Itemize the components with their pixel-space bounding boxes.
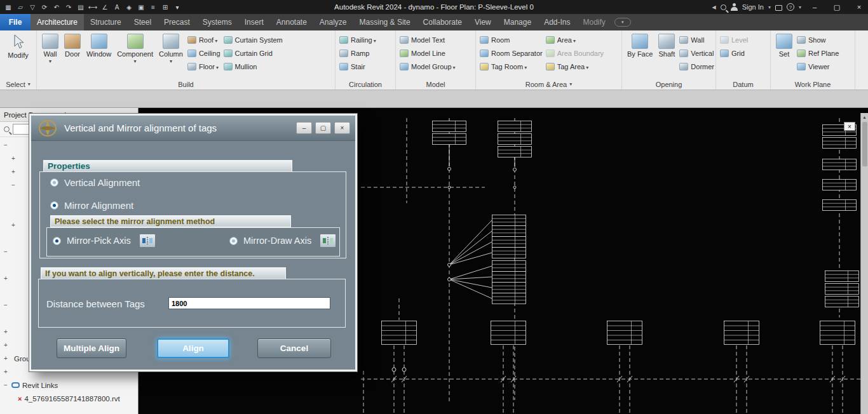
area-boundary-button[interactable]: Area Boundary [546, 48, 604, 59]
panel-label-work-plane[interactable]: Work Plane [771, 79, 855, 90]
tab-view[interactable]: View [468, 14, 498, 30]
scrollbar-thumb[interactable] [862, 122, 867, 166]
measure-icon[interactable]: ⟷ [87, 2, 98, 12]
tag-room-button[interactable]: Tag Room [480, 61, 543, 72]
mullion-button[interactable]: Mullion [224, 61, 283, 72]
search-icon[interactable] [721, 4, 726, 10]
tree-expander-icon[interactable]: + [3, 275, 9, 282]
ceiling-button[interactable]: Ceiling [187, 48, 220, 59]
room-separator-button[interactable]: Room Separator [480, 48, 543, 59]
window-button[interactable]: Window [85, 32, 112, 58]
radio-icon[interactable] [50, 178, 58, 187]
tree-row[interactable]: − Revit Links [0, 378, 138, 392]
tab-massing-site[interactable]: Massing & Site [353, 14, 417, 30]
model-text-button[interactable]: Model Text [400, 34, 456, 46]
level-button[interactable]: Level [720, 34, 748, 46]
tab-file[interactable]: File [0, 14, 31, 30]
open-file-icon[interactable]: ▱ [15, 2, 26, 12]
align-button[interactable]: Align [157, 338, 229, 358]
mirror-alignment-radio[interactable]: Mirror Alignment [50, 200, 133, 211]
maximize-button[interactable]: ▢ [828, 0, 846, 14]
tab-systems[interactable]: Systems [196, 14, 238, 30]
tree-expander-icon[interactable]: + [3, 368, 9, 375]
ref-plane-button[interactable]: Ref Plane [797, 48, 839, 59]
tree-expander-icon[interactable]: + [10, 222, 17, 229]
switch-windows-icon[interactable]: ⊞ [159, 2, 171, 12]
dialog-minimize-button[interactable]: – [296, 122, 312, 134]
help-icon[interactable] [787, 3, 794, 11]
panel-label-opening[interactable]: Opening [622, 79, 715, 90]
tree-expander-icon[interactable]: − [3, 248, 9, 255]
help-caret-icon[interactable]: ▾ [799, 4, 801, 10]
component-button[interactable]: Component [116, 32, 154, 63]
view-close-button[interactable]: × [844, 122, 855, 131]
tree-expander-icon[interactable]: + [3, 355, 9, 362]
vertical-alignment-radio[interactable]: Vertical Alignment [50, 177, 140, 188]
text-icon[interactable]: A [111, 2, 123, 12]
room-button[interactable]: Room [480, 34, 543, 46]
3d-view-icon[interactable]: ◈ [123, 2, 135, 12]
minimize-button[interactable]: – [806, 0, 824, 14]
tab-modify[interactable]: Modify [577, 14, 612, 30]
tab-collaborate[interactable]: Collaborate [417, 14, 468, 30]
tab-steel[interactable]: Steel [128, 14, 158, 30]
sign-in-caret-icon[interactable]: ▾ [768, 4, 771, 10]
dormer-button[interactable]: Dormer [679, 61, 714, 72]
tree-expander-icon[interactable]: + [10, 155, 17, 162]
tree-expander-icon[interactable]: + [3, 328, 9, 335]
railing-button[interactable]: Railing [339, 34, 376, 46]
tree-expander-icon[interactable]: − [3, 302, 9, 309]
tree-row[interactable]: 4_5769165587141887800.rvt [0, 392, 138, 405]
tab-architecture[interactable]: Architecture [31, 14, 84, 30]
grid-button[interactable]: Grid [720, 48, 748, 59]
tag-area-button[interactable]: Tag Area [546, 61, 604, 72]
tab-manage[interactable]: Manage [498, 14, 538, 30]
show-button[interactable]: Show [797, 34, 839, 46]
panel-label-datum[interactable]: Datum [716, 79, 770, 90]
tab-precast[interactable]: Precast [158, 14, 196, 30]
app-grid-icon[interactable]: ▦ [3, 2, 14, 12]
tree-expander-icon[interactable]: + [3, 342, 9, 349]
area-button[interactable]: Area [546, 34, 604, 46]
model-line-button[interactable]: Model Line [400, 48, 456, 59]
ribbon-display-toggle-icon[interactable]: ▾ [614, 18, 631, 27]
model-group-button[interactable]: Model Group [400, 61, 456, 72]
curtain-grid-button[interactable]: Curtain Grid [224, 48, 283, 59]
tree-expander-icon[interactable]: − [10, 182, 17, 189]
tree-expander-icon[interactable]: + [10, 168, 17, 175]
store-icon[interactable] [775, 5, 782, 11]
save-icon[interactable]: ▽ [27, 2, 38, 12]
mirror-pick-axis-radio[interactable]: Mirror-Pick Axis [53, 234, 156, 248]
cancel-button[interactable]: Cancel [257, 338, 331, 358]
redo-icon[interactable]: ↷ [63, 2, 74, 12]
wall-button[interactable]: Wall [41, 32, 60, 63]
undo-icon[interactable]: ↶ [51, 2, 62, 12]
mirror-pick-axis-icon-button[interactable] [139, 234, 156, 248]
customize-qat-icon[interactable]: ▾ [172, 2, 183, 12]
dimension-icon[interactable]: ∠ [99, 2, 111, 12]
tab-add-ins[interactable]: Add-Ins [538, 14, 576, 30]
panel-label-select[interactable]: Select [0, 79, 36, 90]
dialog-close-button[interactable]: × [334, 122, 350, 134]
sync-icon[interactable]: ⟳ [39, 2, 50, 12]
panel-label-model[interactable]: Model [396, 79, 475, 90]
set-button[interactable]: Set [775, 32, 794, 58]
vertical-opening-button[interactable]: Vertical [679, 48, 714, 59]
panel-label-build[interactable]: Build [37, 79, 335, 90]
floor-button[interactable]: Floor [187, 61, 220, 72]
viewer-button[interactable]: Viewer [797, 61, 839, 72]
thin-lines-icon[interactable]: ≡ [147, 2, 159, 12]
tab-structure[interactable]: Structure [84, 14, 128, 30]
scroll-up-icon[interactable]: ▲ [862, 113, 867, 121]
mirror-draw-axis-radio[interactable]: Mirror-Draw Axis [229, 234, 336, 248]
panel-label-circulation[interactable]: Circulation [336, 79, 395, 90]
by-face-button[interactable]: By Face [626, 32, 654, 58]
multiple-align-button[interactable]: Multiple Align [57, 338, 126, 358]
tab-annotate[interactable]: Annotate [270, 14, 313, 30]
close-button[interactable]: × [850, 0, 868, 14]
sign-in-button[interactable]: Sign In [742, 3, 764, 11]
print-icon[interactable]: ▤ [75, 2, 86, 12]
tree-expander-icon[interactable]: − [3, 142, 9, 149]
tree-expander-icon[interactable]: − [3, 382, 9, 389]
shaft-button[interactable]: Shaft [657, 32, 676, 58]
